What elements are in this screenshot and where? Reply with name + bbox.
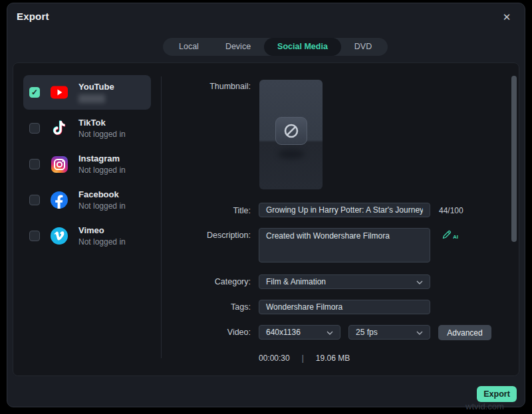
export-dialog: Export ✕ Local Device Social Media DVD ✓… [7,3,525,407]
platform-row-tiktok[interactable]: TikTok Not logged in [23,111,151,146]
tiktok-checkbox[interactable] [29,123,40,134]
description-textarea[interactable]: Created with Wondershare Filmora [259,228,430,262]
duration-value: 00:00:30 [259,354,290,363]
no-thumbnail-icon [275,117,307,145]
platform-name: TikTok [78,118,126,128]
platform-row-facebook[interactable]: Facebook Not logged in [23,183,151,217]
advanced-button[interactable]: Advanced [438,325,491,340]
tab-dvd[interactable]: DVD [341,38,385,56]
chevron-down-icon [327,328,333,337]
video-label: Video: [166,328,251,337]
platform-status: Not logged in [78,165,126,175]
tags-label: Tags: [166,302,251,312]
tags-input[interactable] [259,300,430,314]
facebook-checkbox[interactable] [29,195,40,205]
youtube-checkbox[interactable]: ✓ [29,87,40,98]
category-select[interactable]: Film & Animation [259,274,430,289]
instagram-checkbox[interactable] [29,159,40,169]
social-media-panel: ✓ YouTube TikTok Not logged in [13,62,519,376]
ai-badge-text: AI [453,234,458,240]
ai-edit-icon[interactable]: AI [442,229,458,240]
platform-name: YouTube [78,82,114,92]
resolution-value: 640x1136 [266,328,301,337]
platform-row-instagram[interactable]: Instagram Not logged in [23,147,151,181]
vimeo-icon [50,227,68,245]
description-label: Description: [166,231,251,240]
fps-value: 25 fps [356,328,378,337]
title-label: Title: [166,206,251,215]
title-char-counter: 44/100 [439,206,464,215]
tab-local[interactable]: Local [166,38,212,56]
platform-status: Not logged in [78,130,126,140]
platform-row-vimeo[interactable]: Vimeo Not logged in [23,219,151,253]
watermark-text: wtvid.com [466,401,504,411]
close-icon[interactable]: ✕ [499,10,514,25]
platform-row-youtube[interactable]: ✓ YouTube [23,75,151,110]
category-value: Film & Animation [266,277,326,286]
platform-name: Facebook [78,189,126,200]
thumbnail-label: Thumbnail: [166,82,251,91]
platform-status: Not logged in [78,201,126,211]
filesize-value: 19.06 MB [316,354,350,363]
dialog-title: Export [17,11,49,22]
instagram-icon [50,155,68,173]
tiktok-icon [50,119,68,138]
thumbnail-preview[interactable] [259,80,323,189]
youtube-username-blurred [78,94,105,103]
title-input[interactable] [259,203,430,217]
export-button[interactable]: Export [477,386,517,402]
platform-name: Instagram [78,154,126,164]
output-info: 00:00:30 | 19.06 MB [259,354,350,363]
chevron-down-icon [416,328,423,337]
scrollbar-thumb[interactable] [511,76,517,242]
info-separator: | [302,354,304,363]
resolution-select[interactable]: 640x1136 [259,325,340,340]
panel-divider [161,76,162,358]
category-label: Category: [166,277,251,286]
tab-social-media[interactable]: Social Media [264,38,341,56]
youtube-icon [50,83,68,102]
chevron-down-icon [416,277,423,286]
platform-status: Not logged in [78,237,126,247]
facebook-icon [50,191,68,209]
export-target-tabs: Local Device Social Media DVD [163,38,388,56]
tab-device[interactable]: Device [212,38,264,56]
thumbnail-reflection [278,150,305,159]
fps-select[interactable]: 25 fps [348,325,430,340]
platform-name: Vimeo [78,225,126,236]
vimeo-checkbox[interactable] [29,231,40,241]
